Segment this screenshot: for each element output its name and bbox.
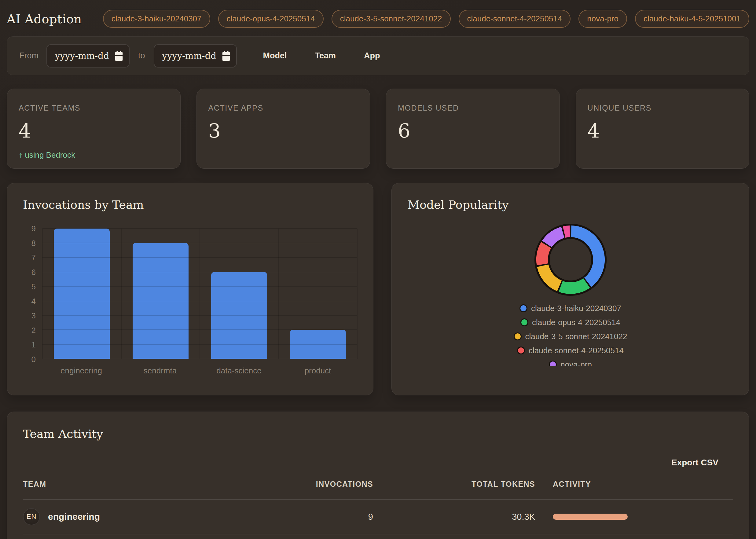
- export-csv-button[interactable]: Export CSV: [671, 458, 718, 468]
- gridline-vertical: [121, 229, 121, 359]
- invocations-by-team-card: Invocations by Team 0123456789 engineeri…: [7, 183, 373, 395]
- model-chip[interactable]: claude-3-haiku-20240307: [103, 10, 210, 28]
- stat-label: ACTIVE TEAMS: [19, 104, 169, 113]
- table-row: EN engineering 9 30.3K: [23, 500, 733, 534]
- filter-model-button[interactable]: Model: [263, 51, 287, 60]
- stat-card-models-used: MODELS USED 6: [386, 89, 560, 169]
- invocations-value: 9: [251, 512, 373, 522]
- bar-slot: [200, 229, 279, 359]
- column-header-invocations: INVOCATIONS: [251, 476, 373, 492]
- bar-chart-title: Invocations by Team: [23, 198, 357, 211]
- filter-app-button[interactable]: App: [364, 51, 380, 60]
- y-tick-label: 1: [32, 341, 36, 348]
- model-chip[interactable]: claude-3-5-sonnet-20241022: [332, 10, 451, 28]
- legend-item[interactable]: claude-sonnet-4-20250514: [517, 344, 624, 357]
- gridline-vertical: [357, 229, 357, 359]
- stat-value: 4: [19, 120, 169, 142]
- donut-wrap: [408, 223, 733, 296]
- table-header: TEAM INVOCATIONS TOTAL TOKENS ACTIVITY: [23, 476, 733, 492]
- legend-label: claude-opus-4-20250514: [532, 318, 620, 327]
- donut-segment-claude-haiku-4-5-20251001: [564, 231, 570, 232]
- gridline-vertical: [199, 229, 200, 359]
- activity-bar-fill: [553, 514, 628, 520]
- to-label: to: [138, 51, 145, 60]
- y-axis: 0123456789: [23, 229, 42, 359]
- stats-row: ACTIVE TEAMS 4 ↑ using Bedrock ACTIVE AP…: [7, 89, 749, 169]
- donut-legend: claude-3-haiku-20240307claude-opus-4-202…: [408, 301, 733, 366]
- bar-slot: [42, 229, 121, 359]
- stat-value: 6: [398, 120, 548, 142]
- stat-card-active-apps: ACTIVE APPS 3: [196, 89, 370, 169]
- team-cell: EN engineering: [23, 508, 251, 525]
- x-axis-label: engineering: [42, 366, 121, 375]
- legend-swatch-icon: [549, 360, 557, 366]
- stat-card-active-teams: ACTIVE TEAMS 4 ↑ using Bedrock: [7, 89, 181, 169]
- bar-chart: 0123456789: [23, 229, 357, 359]
- stat-value: 3: [208, 120, 358, 142]
- x-axis-label: data-science: [199, 366, 278, 375]
- y-tick-label: 7: [32, 254, 36, 262]
- x-axis-label: sendrmta: [121, 366, 199, 375]
- y-tick-label: 0: [32, 355, 36, 363]
- x-axis-labels: engineeringsendrmtadata-scienceproduct: [42, 366, 357, 375]
- y-tick-label: 9: [32, 225, 36, 233]
- stat-card-unique-users: UNIQUE USERS 4: [576, 89, 750, 169]
- donut-segment-claude-opus-4-20250514: [561, 283, 586, 288]
- stat-label: MODELS USED: [398, 104, 548, 113]
- legend-label: nova-pro: [561, 360, 592, 366]
- stat-note: ↑ using Bedrock: [19, 150, 169, 160]
- row-divider: [23, 534, 733, 534]
- model-chip[interactable]: nova-pro: [578, 10, 627, 28]
- column-header-total-tokens: TOTAL TOKENS: [373, 476, 535, 492]
- model-popularity-card: Model Popularity claude-3-haiku-20240307…: [392, 183, 749, 395]
- total-tokens-value: 30.3K: [373, 512, 535, 522]
- legend-swatch-icon: [519, 304, 527, 312]
- legend-swatch-icon: [520, 318, 528, 326]
- model-chip[interactable]: claude-sonnet-4-20250514: [459, 10, 571, 28]
- date-from-input[interactable]: yyyy-mm-dd: [46, 44, 129, 67]
- legend-item[interactable]: claude-3-haiku-20240307: [519, 301, 621, 315]
- legend-item[interactable]: nova-pro: [549, 357, 592, 366]
- charts-row: Invocations by Team 0123456789 engineeri…: [7, 183, 749, 395]
- date-to-input[interactable]: yyyy-mm-dd: [154, 44, 237, 67]
- model-chip[interactable]: claude-opus-4-20250514: [218, 10, 324, 28]
- column-header-team: TEAM: [23, 476, 251, 492]
- team-activity-card: Team Activity Export CSV TEAM INVOCATION…: [7, 412, 749, 539]
- date-to-value: yyyy-mm-dd: [162, 51, 217, 61]
- from-label: From: [19, 51, 38, 60]
- calendar-icon[interactable]: [222, 51, 231, 61]
- x-axis-label: product: [278, 366, 357, 375]
- gridline-vertical: [278, 229, 279, 359]
- y-tick-label: 8: [32, 239, 36, 247]
- stat-label: ACTIVE APPS: [208, 104, 358, 113]
- dashboard: AI Adoption claude-3-haiku-20240307claud…: [0, 0, 756, 539]
- model-chip[interactable]: claude-haiku-4-5-20251001: [635, 10, 749, 28]
- y-tick-label: 6: [32, 268, 36, 276]
- donut-chart: [534, 223, 607, 296]
- bar-engineering: [54, 229, 110, 359]
- bar-slot: [279, 229, 357, 359]
- legend-swatch-icon: [514, 333, 522, 341]
- model-chip-list: claude-3-haiku-20240307claude-opus-4-202…: [103, 10, 749, 28]
- legend-label: claude-sonnet-4-20250514: [529, 346, 624, 355]
- activity-cell: [535, 514, 733, 520]
- y-tick-label: 4: [32, 297, 36, 305]
- legend-item[interactable]: claude-3-5-sonnet-20241022: [514, 329, 627, 344]
- legend-swatch-icon: [517, 346, 525, 354]
- column-header-activity: ACTIVITY: [535, 476, 733, 492]
- bar-slot: [121, 229, 200, 359]
- plot-area: [42, 229, 357, 359]
- legend-item[interactable]: claude-opus-4-20250514: [520, 315, 620, 329]
- legend-label: claude-3-haiku-20240307: [531, 304, 621, 313]
- avatar: EN: [23, 508, 40, 525]
- team-name: engineering: [48, 511, 100, 522]
- filter-team-button[interactable]: Team: [315, 51, 336, 60]
- stat-value: 4: [588, 120, 738, 142]
- calendar-icon[interactable]: [114, 51, 123, 61]
- team-activity-title: Team Activity: [23, 427, 733, 441]
- legend-label: claude-3-5-sonnet-20241022: [525, 332, 627, 341]
- y-tick-label: 2: [32, 326, 36, 334]
- filter-buttons: Model Team App: [263, 51, 380, 60]
- date-from-value: yyyy-mm-dd: [55, 51, 110, 61]
- y-tick-label: 5: [32, 283, 36, 291]
